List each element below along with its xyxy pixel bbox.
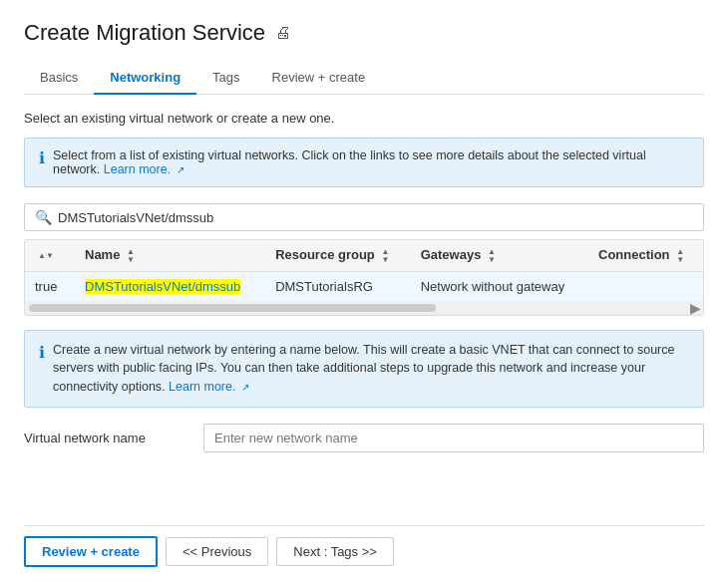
info-icon-1: ℹ <box>39 148 45 167</box>
print-icon[interactable]: 🖨 <box>275 24 291 42</box>
network-table: ▲▼ Name ▲▼ Resource group ▲▼ Gateways ▲▼ <box>24 239 704 316</box>
info-icon-2: ℹ <box>39 341 45 365</box>
info-box-2: ℹ Create a new virtual network by enteri… <box>24 330 704 408</box>
previous-button[interactable]: << Previous <box>166 537 268 566</box>
horizontal-scrollbar[interactable]: ▶ <box>25 302 703 314</box>
external-link-icon-1: ↗ <box>177 164 184 175</box>
sort-arrows-connection[interactable]: ▲▼ <box>676 248 684 264</box>
row-name-link[interactable]: DMSTutorialsVNet/dmssub <box>85 279 240 294</box>
subtitle-text: Select an existing virtual network or cr… <box>24 111 704 126</box>
row-check: true <box>25 271 75 301</box>
col-check-header: ▲▼ <box>25 240 75 271</box>
scrollbar-row: ▶ <box>25 301 703 314</box>
tab-networking[interactable]: Networking <box>94 62 196 95</box>
tabs-bar: Basics Networking Tags Review + create <box>24 62 704 95</box>
search-box[interactable]: 🔍 <box>24 203 704 231</box>
col-gateways-header[interactable]: Gateways ▲▼ <box>411 240 588 271</box>
info-box-1-link[interactable]: Learn more. <box>104 162 171 176</box>
info-box-2-text: Create a new virtual network by entering… <box>53 343 674 395</box>
vnet-name-input[interactable] <box>203 424 704 452</box>
row-resource-group: DMSTutorialsRG <box>265 271 411 301</box>
info-box-2-link[interactable]: Learn more. <box>169 380 235 394</box>
tab-review-create[interactable]: Review + create <box>256 62 382 95</box>
page-title: Create Migration Service <box>24 20 265 46</box>
col-rg-header[interactable]: Resource group ▲▼ <box>265 240 411 271</box>
row-gateways: Network without gateway <box>411 271 588 301</box>
search-icon: 🔍 <box>35 209 52 225</box>
info-box-1-content: Select from a list of existing virtual n… <box>53 148 689 176</box>
table-header-row: ▲▼ Name ▲▼ Resource group ▲▼ Gateways ▲▼ <box>25 240 703 271</box>
sort-arrows-name[interactable]: ▲▼ <box>127 248 135 264</box>
page-title-area: Create Migration Service 🖨 <box>24 20 704 46</box>
vnet-label: Virtual network name <box>24 431 203 445</box>
search-input[interactable] <box>58 210 693 225</box>
scroll-right-arrow[interactable]: ▶ <box>690 300 703 316</box>
external-link-icon-2: ↗ <box>241 382 249 393</box>
tab-tags[interactable]: Tags <box>196 62 255 95</box>
row-connection <box>588 271 703 301</box>
sort-arrows-check[interactable]: ▲▼ <box>38 252 54 260</box>
col-connection-header[interactable]: Connection ▲▼ <box>588 240 703 271</box>
tab-basics[interactable]: Basics <box>24 62 94 95</box>
scrollbar-thumb[interactable] <box>29 304 436 312</box>
next-button[interactable]: Next : Tags >> <box>276 537 394 566</box>
review-create-button[interactable]: Review + create <box>24 536 158 567</box>
virtual-network-row: Virtual network name <box>24 424 704 452</box>
table-row[interactable]: true DMSTutorialsVNet/dmssub DMSTutorial… <box>25 271 703 301</box>
sort-arrows-gateways[interactable]: ▲▼ <box>488 248 496 264</box>
col-name-header[interactable]: Name ▲▼ <box>75 240 265 271</box>
info-box-2-content: Create a new virtual network by entering… <box>53 341 689 397</box>
sort-arrows-rg[interactable]: ▲▼ <box>381 248 389 264</box>
info-box-1: ℹ Select from a list of existing virtual… <box>24 138 704 187</box>
footer: Review + create << Previous Next : Tags … <box>24 525 704 567</box>
row-name[interactable]: DMSTutorialsVNet/dmssub <box>75 271 265 301</box>
